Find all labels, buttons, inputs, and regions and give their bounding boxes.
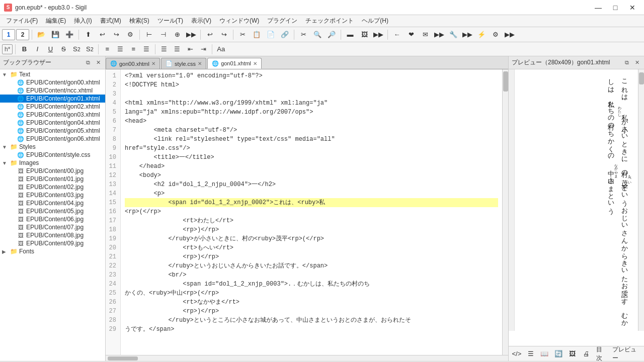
open-button[interactable]: 📂 xyxy=(35,28,48,41)
preview-nav-preview[interactable]: プレビュー xyxy=(612,345,642,361)
find-button[interactable]: 🔍 xyxy=(311,28,324,41)
tb-btn-5[interactable]: ⊢ xyxy=(142,28,155,41)
underline-button[interactable]: U xyxy=(44,44,56,55)
nav-back[interactable]: ← xyxy=(390,28,404,41)
tab-gon00-close[interactable]: ✕ xyxy=(151,61,155,66)
maximize-button[interactable]: □ xyxy=(608,2,623,13)
indent-less-button[interactable]: ⇤ xyxy=(184,44,196,55)
minimize-button[interactable]: — xyxy=(591,2,606,13)
tb-btn-8[interactable]: ▶▶ xyxy=(185,28,198,41)
menu-view[interactable]: 表示(V) xyxy=(187,16,215,27)
menu-search[interactable]: 検索(S) xyxy=(125,16,153,27)
tb-icon-c[interactable]: ⚡ xyxy=(475,28,488,41)
tree-img03[interactable]: 🖼 EPUB/Content/03.jpg xyxy=(0,191,105,199)
redo-button[interactable]: ↪ xyxy=(217,28,230,41)
preview-code-btn[interactable]: </> xyxy=(511,348,523,359)
preview-close-icon[interactable]: ✕ xyxy=(633,59,641,67)
menu-window[interactable]: ウィンドウ(W) xyxy=(215,16,263,27)
preview-img-btn[interactable]: 🖼 xyxy=(567,348,579,359)
indent-more-button[interactable]: ⇥ xyxy=(197,44,209,55)
tb-icon-d[interactable]: ⚙ xyxy=(489,28,502,41)
paste-button[interactable]: 📄 xyxy=(264,28,277,41)
tree-img08[interactable]: 🖼 EPUB/Content/08.jpg xyxy=(0,231,105,239)
cut-button2[interactable]: ✂ xyxy=(297,28,310,41)
undo-button[interactable]: ↩ xyxy=(96,28,109,41)
tab-gon01-close[interactable]: ✕ xyxy=(253,61,257,66)
tree-gon05[interactable]: 🌐 EPUB/Content/gon05.xhtml xyxy=(0,127,105,135)
tb-icon-a[interactable]: 🔧 xyxy=(447,28,460,41)
tree-ncc[interactable]: 🌐 EPUB/Content/ncc.xhtml xyxy=(0,86,105,95)
italic-button[interactable]: I xyxy=(31,44,43,55)
vertical-scrollbar[interactable] xyxy=(502,69,508,355)
cut-button[interactable]: ✂ xyxy=(236,28,249,41)
preview-list-btn[interactable]: ☰ xyxy=(525,348,537,359)
preview-expand-icon[interactable]: ⧉ xyxy=(623,59,631,67)
tb-icon-b[interactable]: ▶▶ xyxy=(461,28,474,41)
menu-plugin[interactable]: プラグイン xyxy=(263,16,301,27)
superscript-button[interactable]: S2 xyxy=(84,44,96,55)
tree-img00[interactable]: 🖼 EPUB/Content/00.jpg xyxy=(0,167,105,175)
tree-fonts-folder[interactable]: 📁 Fonts xyxy=(0,247,105,255)
tree-img09[interactable]: 🖼 EPUB/Content/09.jpg xyxy=(0,239,105,247)
menu-tools[interactable]: ツール(T) xyxy=(153,16,187,27)
strikethrough-button[interactable]: S xyxy=(57,44,69,55)
tb-btn-7[interactable]: ⊕ xyxy=(171,28,184,41)
menu-checkpoint[interactable]: チェックポイント xyxy=(301,16,358,27)
mail-button[interactable]: ✉ xyxy=(419,28,432,41)
bold-button[interactable]: B xyxy=(18,44,30,55)
code-editor[interactable]: <?xml version="1.0" encoding="utf-8"?> <… xyxy=(121,69,502,355)
tree-gon03[interactable]: 🌐 EPUB/Content/gon03.xhtml xyxy=(0,111,105,119)
align-center-button[interactable]: ☰ xyxy=(114,44,126,55)
save-button[interactable]: 💾 xyxy=(49,28,62,41)
align-justify-button[interactable]: ☰ xyxy=(140,44,152,55)
tree-gon06[interactable]: 🌐 EPUB/Content/gon06.xhtml xyxy=(0,135,105,143)
redo-button2[interactable]: ↪ xyxy=(110,28,123,41)
tb-wide[interactable]: ▬ xyxy=(344,28,357,41)
copy-button[interactable]: 📋 xyxy=(250,28,263,41)
tab-style[interactable]: 📄 style.css ✕ xyxy=(161,58,206,69)
settings-button[interactable]: ⚙ xyxy=(124,28,137,41)
list-ordered-button[interactable]: ☰ xyxy=(171,44,183,55)
tree-img06[interactable]: 🖼 EPUB/Content/06.jpg xyxy=(0,215,105,223)
preview-nav-toc[interactable]: 目次 xyxy=(596,345,608,361)
tb-btn-6[interactable]: ⊣ xyxy=(156,28,170,41)
tb-more2[interactable]: ▶▶ xyxy=(433,28,446,41)
tab-gon01[interactable]: 🌐 gon01.xhtml ✕ xyxy=(207,58,262,69)
preview-print-btn[interactable]: 🖨 xyxy=(581,348,593,359)
nav-fwd[interactable]: ❤ xyxy=(405,28,418,41)
tree-img07[interactable]: 🖼 EPUB/Content/07.jpg xyxy=(0,223,105,231)
zoom-button[interactable]: 🔎 xyxy=(325,28,338,41)
tree-text-folder[interactable]: 📁 Text xyxy=(0,70,105,78)
tab-gon00[interactable]: 🌐 gon00.xhtml ✕ xyxy=(106,58,160,69)
tree-img05[interactable]: 🖼 EPUB/Content/05.jpg xyxy=(0,207,105,215)
tree-gon00[interactable]: 🌐 EPUB/Content/gon00.xhtml xyxy=(0,78,105,86)
tree-img01[interactable]: 🖼 EPUB/Content/01.jpg xyxy=(0,175,105,183)
tree-images-folder[interactable]: 📁 Images xyxy=(0,159,105,167)
add-button[interactable]: ➕ xyxy=(63,28,76,41)
menu-edit[interactable]: 編集(E) xyxy=(42,16,70,27)
tb-icon-e[interactable]: ▶▶ xyxy=(503,28,516,41)
tree-style-css[interactable]: 🌐 EPUB/Content/style.css xyxy=(0,151,105,159)
tree-styles-folder[interactable]: 📁 Styles xyxy=(0,143,105,151)
tab-style-close[interactable]: ✕ xyxy=(198,61,202,66)
preview-vscrollbar[interactable] xyxy=(638,69,644,331)
browser-expand-icon[interactable]: ⧉ xyxy=(84,59,92,67)
subscript-button[interactable]: S2 xyxy=(70,44,83,55)
preview-book-btn[interactable]: 📖 xyxy=(538,348,550,359)
browser-close-icon[interactable]: ✕ xyxy=(94,59,102,67)
undo-button2[interactable]: ↩ xyxy=(203,28,216,41)
tb-img[interactable]: 🖼 xyxy=(358,28,371,41)
align-right-button[interactable]: ≡ xyxy=(127,44,139,55)
close-button[interactable]: ✕ xyxy=(625,2,640,13)
link-button[interactable]: 🔗 xyxy=(278,28,291,41)
tree-gon01[interactable]: 🌐 EPUB/Content/gon01.xhtml xyxy=(0,95,105,103)
preview-refresh-btn[interactable]: 🔄 xyxy=(552,348,565,359)
list-unordered-button[interactable]: ☰ xyxy=(158,44,170,55)
tree-img04[interactable]: 🖼 EPUB/Content/04.jpg xyxy=(0,199,105,207)
menu-insert[interactable]: 挿入(I) xyxy=(70,16,96,27)
horizontal-scrollbar[interactable] xyxy=(106,355,508,361)
tree-img02[interactable]: 🖼 EPUB/Content/02.jpg xyxy=(0,183,105,191)
tb-more[interactable]: ▶▶ xyxy=(372,28,385,41)
menu-file[interactable]: ファイル(F) xyxy=(2,16,42,27)
align-left-button[interactable]: ≡ xyxy=(101,44,113,55)
